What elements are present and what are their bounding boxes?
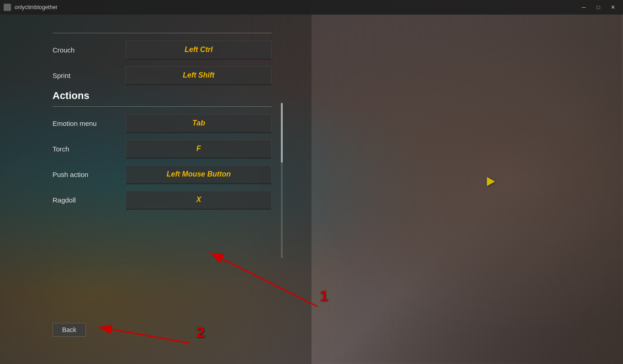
keybind-label-torch: Torch	[53, 145, 126, 153]
keybind-value-crouch: Left Ctrl	[185, 46, 212, 54]
keybind-button-push[interactable]: Left Mouse Button	[126, 165, 272, 183]
close-button[interactable]: ✕	[607, 3, 619, 12]
actions-divider	[53, 106, 272, 107]
keybind-row-sprint: Sprint Left Shift	[53, 64, 272, 86]
titlebar-controls: ─ □ ✕	[577, 3, 619, 12]
settings-panel: Crouch Left Ctrl Sprint Left Shift Actio…	[53, 33, 272, 211]
titlebar-left: onlyclimbtogether	[4, 4, 58, 11]
minimize-button[interactable]: ─	[577, 3, 590, 12]
annotation-number-2: 2	[196, 324, 205, 341]
keybind-row-crouch: Crouch Left Ctrl	[53, 39, 272, 61]
titlebar: onlyclimbtogether ─ □ ✕	[0, 0, 623, 15]
keybind-row-emotion: Emotion menu Tab	[53, 112, 272, 134]
keybind-row-push: Push action Left Mouse Button	[53, 163, 272, 185]
keybind-value-ragdoll: X	[196, 196, 201, 204]
content-area: Crouch Left Ctrl Sprint Left Shift Actio…	[0, 15, 623, 364]
top-divider	[53, 33, 272, 33]
keybind-value-sprint: Left Shift	[183, 71, 214, 79]
keybind-value-emotion: Tab	[192, 119, 205, 127]
titlebar-title: onlyclimbtogether	[15, 4, 58, 10]
keybind-label-emotion: Emotion menu	[53, 120, 126, 127]
maximize-button[interactable]: □	[592, 3, 605, 12]
annotation-number-1: 1	[320, 287, 328, 304]
keybind-button-emotion[interactable]: Tab	[126, 114, 272, 132]
back-button[interactable]: Back	[53, 323, 86, 337]
scrollbar-track	[281, 103, 283, 258]
keybind-button-sprint[interactable]: Left Shift	[126, 66, 272, 84]
keybind-value-torch: F	[196, 145, 201, 153]
keybind-value-push: Left Mouse Button	[167, 170, 231, 178]
keybind-label-crouch: Crouch	[53, 46, 126, 54]
scrollbar-thumb	[281, 103, 283, 162]
keybind-label-sprint: Sprint	[53, 72, 126, 79]
cursor-pointer-icon	[487, 177, 495, 186]
keybind-button-torch[interactable]: F	[126, 140, 272, 158]
keybind-label-ragdoll: Ragdoll	[53, 196, 126, 204]
app-icon	[4, 4, 11, 11]
keybind-row-ragdoll: Ragdoll X	[53, 189, 272, 211]
keybind-label-push: Push action	[53, 171, 126, 178]
keybind-row-torch: Torch F	[53, 138, 272, 160]
section-header-actions: Actions	[53, 90, 272, 102]
keybind-button-ragdoll[interactable]: X	[126, 191, 272, 209]
keybind-button-crouch[interactable]: Left Ctrl	[126, 41, 272, 59]
